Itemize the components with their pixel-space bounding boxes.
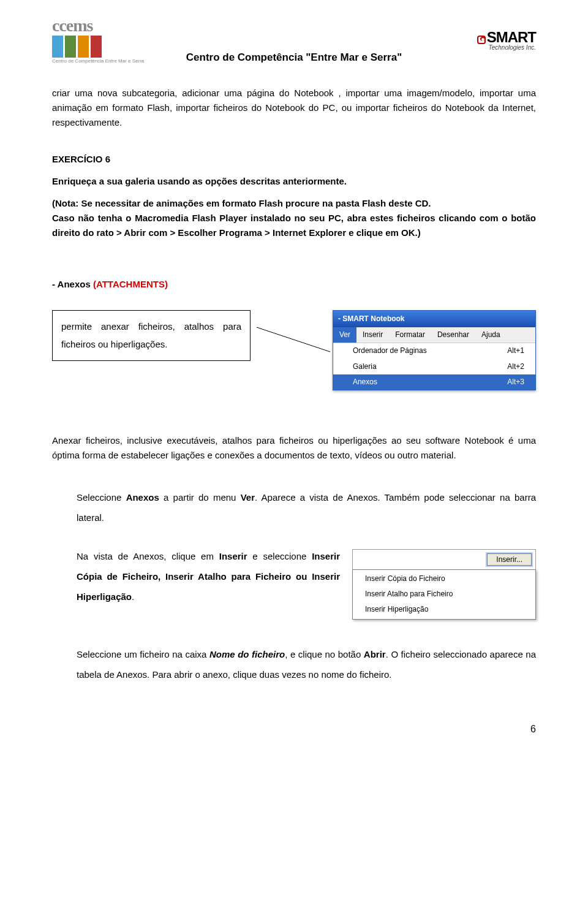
page-header: ccems Centro de Competência Entre Mar e … <box>52 12 536 67</box>
inserir-screenshot: Inserir... Inserir Cópia do Ficheiro Ins… <box>352 549 536 620</box>
menu-item-anexos[interactable]: Anexos Alt+3 <box>333 374 535 390</box>
note-line-1: (Nota: Se necessitar de animações em for… <box>52 198 431 208</box>
menu-bar-desenhar[interactable]: Desenhar <box>431 327 475 343</box>
inserir-menu-item-copia[interactable]: Inserir Cópia do Ficheiro <box>353 571 535 587</box>
inserir-menu-item-hiperligacao[interactable]: Inserir Hiperligação <box>353 602 535 617</box>
exercise-title: EXERCÍCIO 6 <box>52 152 536 167</box>
page-title: Centro de Competência "Entre Mar e Serra… <box>186 51 402 64</box>
inserir-button-row: Inserir... <box>352 549 536 569</box>
anexos-label: - Anexos <box>52 279 93 289</box>
instruction-2-row: Na vista de Anexos, clique em Inserir e … <box>77 546 536 620</box>
smart-sub: Technologies Inc. <box>489 44 536 51</box>
inserir-menu-item-atalho[interactable]: Inserir Atalho para Ficheiro <box>353 587 535 602</box>
callout-box: permite anexar ficheiros, atalhos para f… <box>52 310 251 361</box>
callout-connector <box>257 321 326 358</box>
menu-list: Ordenador de Páginas Alt+1 Galeria Alt+2… <box>333 343 535 390</box>
menu-item-label: Anexos <box>353 376 377 388</box>
inserir-menu: Inserir Cópia do Ficheiro Inserir Atalho… <box>352 569 536 620</box>
smart-icon <box>477 36 486 44</box>
menu-bar-formatar[interactable]: Formatar <box>389 327 431 343</box>
inserir-button[interactable]: Inserir... <box>487 553 532 566</box>
instruction-1: Seleccione Anexos a partir do menu Ver. … <box>77 487 536 528</box>
ccems-logo-sub: Centro de Competência Entre Mar e Serra <box>52 59 144 64</box>
menu-item-shortcut: Alt+2 <box>507 361 524 373</box>
ccems-logo-blocks <box>52 36 144 58</box>
smart-logo: SMART Technologies Inc. <box>477 29 536 51</box>
menu-item-label: Galeria <box>353 361 377 373</box>
exercise-text: Enriqueça a sua galeria usando as opções… <box>52 174 536 189</box>
instruction-2: Na vista de Anexos, clique em Inserir e … <box>77 546 340 607</box>
menu-item-shortcut: Alt+3 <box>507 376 524 388</box>
menu-titlebar: - SMART Notebook <box>333 311 535 327</box>
intro-paragraph: criar uma nova subcategoria, adicionar u… <box>52 86 536 130</box>
section-anexos: - Anexos (ATTACHMENTS) <box>52 277 536 292</box>
menu-screenshot: - SMART Notebook Ver Inserir Formatar De… <box>333 310 536 390</box>
document-body: criar uma nova subcategoria, adicionar u… <box>52 86 536 737</box>
ccems-logo: ccems Centro de Competência Entre Mar e … <box>52 16 144 64</box>
menu-bar: Ver Inserir Formatar Desenhar Ajuda <box>333 327 535 343</box>
svg-line-0 <box>257 327 330 352</box>
paragraph-anexar: Anexar ficheiros, inclusive executáveis,… <box>52 433 536 463</box>
smart-brand: SMART <box>487 29 536 45</box>
menu-bar-ver[interactable]: Ver <box>333 327 356 343</box>
menu-bar-inserir[interactable]: Inserir <box>356 327 389 343</box>
menu-item-label: Ordenador de Páginas <box>353 345 427 357</box>
callout-row: permite anexar ficheiros, atalhos para f… <box>52 310 536 390</box>
menu-item-ordenador[interactable]: Ordenador de Páginas Alt+1 <box>333 343 535 359</box>
ccems-logo-text: ccems <box>52 16 144 36</box>
anexos-red: (ATTACHMENTS) <box>93 279 168 289</box>
menu-item-galeria[interactable]: Galeria Alt+2 <box>333 359 535 374</box>
instruction-3: Seleccione um ficheiro na caixa Nome do … <box>77 644 536 685</box>
menu-item-shortcut: Alt+1 <box>507 345 524 357</box>
menu-bar-ajuda[interactable]: Ajuda <box>475 327 507 343</box>
exercise-note: (Nota: Se necessitar de animações em for… <box>52 196 536 240</box>
page-number: 6 <box>52 721 536 737</box>
note-line-2: Caso não tenha o Macromedia Flash Player… <box>52 213 536 238</box>
